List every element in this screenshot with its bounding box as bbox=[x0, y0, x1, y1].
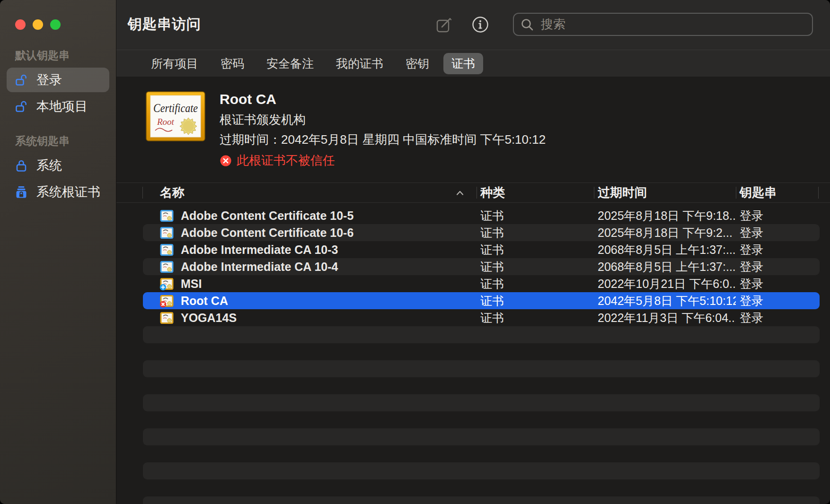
empty-row bbox=[143, 343, 820, 360]
cell-kind: 证书 bbox=[477, 242, 594, 258]
sidebar-item-system-1[interactable]: 系统根证书 bbox=[7, 180, 109, 204]
sidebar-item-label: 本地项目 bbox=[36, 98, 88, 115]
minimize-window-button[interactable] bbox=[33, 19, 43, 30]
empty-row bbox=[143, 462, 820, 479]
sidebar-item-system-0[interactable]: 系统 bbox=[7, 153, 109, 178]
empty-row bbox=[143, 479, 820, 496]
cell-expires: 2025年8月18日 下午9:2... bbox=[594, 225, 736, 241]
cell-expires: 2022年11月3日 下午6:04... bbox=[594, 310, 736, 326]
certificate-detail-text: Root CA 根证书颁发机构 过期时间：2042年5月8日 星期四 中国标准时… bbox=[220, 91, 546, 182]
search-input[interactable] bbox=[540, 17, 806, 32]
sidebar-section-label: 系统钥匙串 bbox=[7, 131, 109, 153]
certificate-name: Root CA bbox=[220, 91, 546, 107]
toolbar: 钥匙串访问 bbox=[116, 0, 830, 50]
table-row[interactable]: MSI 证书 2022年10月21日 下午6:0... 登录 bbox=[143, 275, 820, 292]
empty-row bbox=[143, 411, 820, 428]
category-tab-bar: 所有项目密码安全备注我的证书密钥证书 bbox=[116, 50, 830, 77]
table-row[interactable]: Root CA 证书 2042年5月8日 下午5:10:12 登录 bbox=[143, 292, 820, 309]
cell-keychain: 登录 bbox=[736, 310, 820, 326]
sidebar-item-label: 系统 bbox=[36, 157, 62, 174]
empty-row bbox=[143, 428, 820, 445]
cell-name: Root CA bbox=[143, 294, 477, 308]
certificate-type: 根证书颁发机构 bbox=[220, 112, 546, 128]
table-row[interactable]: Adobe Content Certificate 10-5 证书 2025年8… bbox=[143, 207, 820, 224]
cell-name: Adobe Content Certificate 10-6 bbox=[143, 226, 477, 240]
certificate-large-icon: Certificate Root bbox=[146, 91, 205, 141]
lock-box-icon bbox=[14, 185, 28, 199]
search-icon bbox=[520, 17, 534, 32]
row-name-text: YOGA14S bbox=[181, 311, 237, 325]
table-row[interactable]: YOGA14S 证书 2022年11月3日 下午6:04... 登录 bbox=[143, 309, 820, 326]
tab-2[interactable]: 安全备注 bbox=[258, 53, 322, 74]
empty-row bbox=[143, 445, 820, 462]
certificate-icon bbox=[159, 277, 174, 291]
not-trusted-icon bbox=[220, 155, 232, 167]
column-header-kind[interactable]: 种类 bbox=[477, 184, 594, 201]
cell-keychain: 登录 bbox=[736, 208, 820, 224]
cell-kind: 证书 bbox=[477, 225, 594, 241]
tab-1[interactable]: 密码 bbox=[212, 53, 252, 74]
sort-ascending-icon bbox=[455, 190, 465, 196]
cell-name: Adobe Intermediate CA 10-3 bbox=[143, 243, 477, 257]
certificate-icon bbox=[159, 226, 174, 240]
sidebar-item-default-1[interactable]: 本地项目 bbox=[7, 94, 109, 119]
empty-row bbox=[143, 326, 820, 343]
table-row[interactable]: Adobe Content Certificate 10-6 证书 2025年8… bbox=[143, 224, 820, 241]
empty-row bbox=[143, 496, 820, 504]
sidebar-section: 默认钥匙串 登录 本地项目 bbox=[7, 45, 109, 119]
column-header-expires[interactable]: 过期时间 bbox=[594, 184, 736, 201]
column-header-name[interactable]: 名称 bbox=[143, 184, 477, 201]
content-area: 钥匙串访问 bbox=[116, 0, 830, 504]
compose-edit-icon bbox=[435, 16, 453, 34]
certificate-list: Adobe Content Certificate 10-5 证书 2025年8… bbox=[116, 203, 830, 504]
cell-keychain: 登录 bbox=[736, 242, 820, 258]
tab-3[interactable]: 我的证书 bbox=[328, 53, 391, 74]
row-name-text: Adobe Intermediate CA 10-4 bbox=[181, 260, 338, 274]
empty-row bbox=[143, 360, 820, 377]
cell-name: Adobe Intermediate CA 10-4 bbox=[143, 260, 477, 274]
table-row[interactable]: Adobe Intermediate CA 10-3 证书 2068年8月5日 … bbox=[143, 241, 820, 258]
edit-certificate-button[interactable] bbox=[434, 15, 454, 35]
lock-closed-icon bbox=[14, 158, 28, 173]
certificate-icon bbox=[159, 294, 174, 308]
tab-4[interactable]: 密钥 bbox=[397, 53, 437, 74]
certificate-detail-panel: Certificate Root Root CA 根证书颁发机构 过期时间：20… bbox=[116, 77, 830, 182]
certificate-icon bbox=[159, 311, 174, 325]
window-title: 钥匙串访问 bbox=[128, 15, 201, 34]
cell-name: Adobe Content Certificate 10-5 bbox=[143, 209, 477, 223]
table-row[interactable]: Adobe Intermediate CA 10-4 证书 2068年8月5日 … bbox=[143, 258, 820, 275]
get-info-button[interactable] bbox=[470, 15, 490, 35]
sidebar-section: 系统钥匙串 系统 系统根证书 bbox=[7, 131, 109, 204]
close-window-button[interactable] bbox=[15, 19, 26, 30]
cell-expires: 2068年8月5日 上午1:37:... bbox=[594, 242, 736, 258]
cell-name: MSI bbox=[143, 277, 477, 291]
window-controls bbox=[15, 19, 61, 30]
search-field bbox=[513, 13, 813, 36]
keychain-access-window: 默认钥匙串 登录 本地项目系统钥匙串 系统 系统根证书 钥匙串访问 bbox=[0, 0, 830, 504]
cell-keychain: 登录 bbox=[736, 225, 820, 241]
zoom-window-button[interactable] bbox=[50, 19, 61, 30]
trust-warning-text: 此根证书不被信任 bbox=[237, 152, 335, 169]
cell-keychain: 登录 bbox=[736, 259, 820, 275]
sidebar: 默认钥匙串 登录 本地项目系统钥匙串 系统 系统根证书 bbox=[0, 0, 116, 504]
certificate-icon bbox=[159, 243, 174, 257]
column-header-keychain[interactable]: 钥匙串 bbox=[736, 184, 820, 201]
table-header: 名称 种类 过期时间 钥匙串 bbox=[116, 182, 830, 203]
svg-text:Certificate: Certificate bbox=[153, 101, 198, 115]
cell-kind: 证书 bbox=[477, 293, 594, 309]
tab-5[interactable]: 证书 bbox=[443, 53, 483, 74]
cell-name: YOGA14S bbox=[143, 311, 477, 325]
empty-row bbox=[143, 377, 820, 394]
cell-kind: 证书 bbox=[477, 310, 594, 326]
row-name-text: MSI bbox=[181, 277, 202, 291]
tab-0[interactable]: 所有项目 bbox=[143, 53, 206, 74]
certificate-icon bbox=[159, 209, 174, 223]
certificate-icon bbox=[159, 260, 174, 274]
cell-keychain: 登录 bbox=[736, 293, 820, 309]
sidebar-item-default-0[interactable]: 登录 bbox=[7, 68, 109, 92]
row-name-text: Adobe Intermediate CA 10-3 bbox=[181, 243, 338, 257]
row-name-text: Adobe Content Certificate 10-6 bbox=[181, 226, 353, 240]
lock-open-icon bbox=[14, 73, 28, 87]
cell-kind: 证书 bbox=[477, 276, 594, 292]
cell-expires: 2022年10月21日 下午6:0... bbox=[594, 276, 736, 292]
